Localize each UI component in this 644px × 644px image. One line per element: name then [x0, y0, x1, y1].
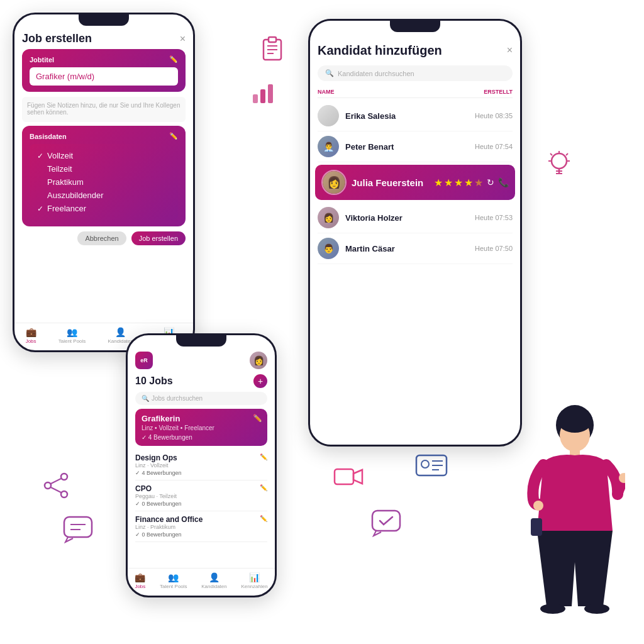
nav-kandidaten-2[interactable]: 👤 Kandidaten — [201, 572, 226, 589]
kandidaten-nav-icon-1: 👤 — [115, 327, 126, 337]
edit-icon-2: ✏️ — [169, 132, 178, 140]
candidate-row-viktoria[interactable]: 👩 Viktoria Holzer Heute 07:53 — [318, 203, 513, 233]
julia-stars: ★ ★ ★ ★ ★ — [434, 177, 483, 189]
star-4: ★ — [464, 177, 473, 189]
kandidaten-icon-2: 👤 — [209, 572, 219, 582]
candidate-name-peter: Peter Benart — [345, 142, 475, 152]
job-row-finance[interactable]: Finance and Office Linz · Praktikum ✓ 0 … — [135, 511, 267, 542]
job-row-cpo[interactable]: CPO Peggau · Teilzeit ✓ 0 Bewerbungen ✏️ — [135, 480, 267, 511]
candidate-row-peter[interactable]: 👨‍💼 Peter Benart Heute 07:54 — [318, 131, 513, 162]
svg-point-18 — [45, 482, 51, 489]
create-job-button[interactable]: Job erstellen — [131, 231, 186, 245]
avatar-img-viktoria: 👩 — [318, 207, 339, 228]
kennzahlen-icon-2: 📊 — [249, 572, 260, 582]
nav-jobs-1[interactable]: 💼 Jobs — [26, 327, 36, 344]
search-icon-3: 🔍 — [325, 69, 334, 77]
clipboard-icon — [261, 35, 284, 68]
svg-line-20 — [51, 479, 61, 484]
dropdown-item-vollzeit[interactable]: Vollzeit — [37, 149, 170, 162]
nav-jobs-label-1: Jobs — [26, 338, 36, 344]
basisdaten-label-row: Basisdaten ✏️ — [30, 132, 178, 140]
dropdown-item-auszubildender[interactable]: Auszubildender — [37, 189, 170, 202]
dropdown-item-praktikum[interactable]: Praktikum — [37, 175, 170, 189]
jobs-count-label: 10 Jobs — [135, 375, 173, 387]
phone1-header: Job erstellen × — [22, 26, 186, 49]
jobtitel-label-row: Jobtitel ✏️ — [30, 55, 178, 64]
id-card-icon — [415, 453, 448, 480]
search-jobs-bar[interactable]: 🔍 Jobs durchsuchen — [135, 392, 267, 405]
job-title-finance: Finance and Office — [135, 515, 203, 524]
star-2: ★ — [444, 177, 453, 189]
svg-point-8 — [552, 153, 567, 169]
add-job-button[interactable]: + — [253, 374, 267, 388]
nav-talentpools-1[interactable]: 👥 Talent Pools — [58, 327, 86, 344]
job-sub-grafikerin: Linz • Vollzeit • Freelancer — [142, 425, 261, 431]
jobs-icon-2: 💼 — [135, 572, 145, 582]
notes-area[interactable]: Fügen Sie Notizen hinzu, die nur Sie und… — [22, 97, 186, 122]
dropdown-menu: Vollzeit Teilzeit Praktikum Auszubildend… — [30, 144, 178, 220]
phone3-content: Kandidat hinzufügen × 🔍 Kandidaten durch… — [310, 32, 520, 445]
person-illustration — [525, 392, 625, 631]
nav-kandidaten-label-2: Kandidaten — [201, 584, 226, 589]
video-icon — [333, 465, 364, 491]
search-icon-2: 🔍 — [142, 395, 149, 402]
chat-icon — [63, 516, 93, 546]
candidate-row-erika[interactable]: Erika Salesia Heute 08:35 — [318, 101, 513, 131]
job-row-designops[interactable]: Design Ops Linz · Vollzeit ✓ 4 Bewerbung… — [135, 450, 267, 480]
user-avatar-2: 👩 — [250, 352, 267, 369]
basisdaten-label: Basisdaten — [30, 133, 67, 140]
phone-notch-2 — [176, 335, 226, 347]
julia-action-icons: ↻ 📞 — [487, 177, 509, 187]
basisdaten-card: Basisdaten ✏️ Vollzeit Teilzeit Praktiku… — [22, 126, 186, 226]
svg-rect-25 — [335, 469, 353, 484]
job-title-designops: Design Ops — [135, 453, 182, 462]
nav-jobs-2[interactable]: 💼 Jobs — [135, 572, 145, 589]
svg-line-21 — [51, 487, 61, 492]
svg-rect-7 — [268, 84, 273, 103]
talentpools-nav-icon: 👥 — [67, 327, 77, 337]
svg-point-27 — [421, 460, 429, 468]
svg-rect-31 — [372, 511, 400, 531]
jobtitel-label: Jobtitel — [30, 56, 54, 64]
nav-kennzahlen-2[interactable]: 📊 Kennzahlen — [241, 572, 267, 589]
edit-icon-cpo: ✏️ — [260, 484, 267, 491]
close-button-3[interactable]: × — [507, 45, 513, 56]
avatar-viktoria: 👩 — [318, 207, 339, 228]
app-bar-2: eR 👩 — [135, 347, 267, 374]
candidate-row-martin[interactable]: 👨 Martin Cäsar Heute 07:50 — [318, 233, 513, 264]
dropdown-item-teilzeit[interactable]: Teilzeit — [37, 162, 170, 175]
edit-icon-finance: ✏️ — [260, 515, 267, 522]
close-button-1[interactable]: × — [180, 33, 186, 45]
svg-rect-5 — [253, 94, 258, 103]
phone-notch-3 — [390, 21, 440, 32]
candidate-time-peter: Heute 07:54 — [475, 143, 513, 150]
star-3: ★ — [454, 177, 463, 189]
dropdown-item-freelancer[interactable]: Freelancer — [37, 202, 170, 215]
edit-icon-1: ✏️ — [169, 55, 178, 64]
jobtitel-input[interactable]: Grafiker (m/w/d) — [30, 67, 178, 86]
job-sub-designops: Linz · Vollzeit — [135, 462, 182, 469]
svg-rect-6 — [260, 89, 265, 103]
avatar-img-2: 👩 — [250, 352, 267, 369]
nav-talentpools-2[interactable]: 👥 Talent Pools — [160, 572, 187, 589]
phone-jobs-list: eR 👩 10 Jobs + 🔍 Jobs durchsuchen ✏️ Gra… — [126, 333, 277, 597]
svg-rect-35 — [570, 448, 580, 455]
svg-point-17 — [61, 474, 67, 480]
candidate-row-julia-highlight[interactable]: 👩 Julia Feuerstein ★ ★ ★ ★ ★ ↻ 📞 — [315, 165, 515, 200]
avatar-martin: 👨 — [318, 238, 339, 259]
svg-line-16 — [566, 153, 568, 155]
avatar-img-julia: 👩 — [323, 171, 345, 194]
nav-kandidaten-1[interactable]: 👤 Kandidaten — [108, 327, 133, 344]
cancel-button[interactable]: Abbrechen — [77, 231, 126, 245]
refresh-icon[interactable]: ↻ — [487, 177, 494, 187]
phone-icon[interactable]: 📞 — [498, 177, 509, 187]
search-candidates-placeholder: Kandidaten durchsuchen — [338, 70, 414, 77]
phone-notch-1 — [79, 14, 129, 26]
svg-line-15 — [550, 153, 552, 155]
job-apps-designops: ✓ 4 Bewerbungen — [135, 470, 182, 476]
phone2-bottom-nav: 💼 Jobs 👥 Talent Pools 👤 Kandidaten 📊 Ken… — [128, 568, 275, 592]
search-candidates-bar[interactable]: 🔍 Kandidaten durchsuchen — [318, 65, 513, 81]
job-card-grafikerin[interactable]: ✏️ Grafikerin Linz • Vollzeit • Freelanc… — [135, 409, 267, 446]
job-title-cpo: CPO — [135, 484, 182, 493]
job-apps-cpo: ✓ 0 Bewerbungen — [135, 501, 182, 507]
